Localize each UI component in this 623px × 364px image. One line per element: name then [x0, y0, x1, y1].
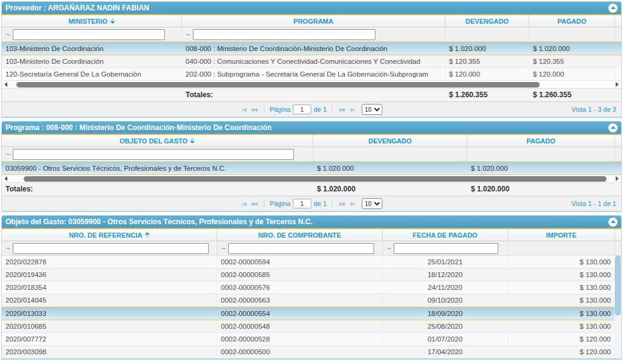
grid-objeto-title: Objeto del Gasto: 03059900 - Otros Servi…	[5, 218, 313, 226]
column-header-nro-de-comprobante[interactable]: NRO. DE COMPROBANTE	[217, 229, 383, 241]
scroll-right-icon[interactable]	[616, 82, 619, 87]
table-row[interactable]: 2020/0030980002-0000050017/04/2020$ 120.…	[2, 346, 621, 359]
table-row[interactable]: 2020/0106850002-0000054825/08/2020$ 130.…	[2, 320, 621, 333]
search-operator-icon[interactable]: ~	[4, 244, 13, 253]
search-input-ministerio[interactable]	[13, 29, 165, 40]
next-page-icon[interactable]: ▶▶	[338, 107, 347, 112]
table-row[interactable]: 2020/0228780002-0000059425/01/2021$ 130.…	[2, 256, 621, 269]
cell-nro-de-comprobante: 0002-00000548	[217, 320, 383, 332]
search-operator-icon[interactable]: ~	[4, 30, 13, 39]
cell-importe: $ 130.000	[508, 281, 615, 294]
cell-nro-de-referencia: 2020/013033	[2, 307, 217, 320]
column-header-nro-de-referencia[interactable]: NRO. DE REFERENCIA	[2, 229, 217, 241]
table-row[interactable]: 103-Ministerio De Coordinación008-000 : …	[2, 42, 621, 55]
vertical-scrollbar[interactable]	[614, 256, 621, 359]
search-operator-icon[interactable]: ~	[385, 244, 394, 253]
column-header-programa[interactable]: PROGRAMA	[182, 15, 445, 27]
column-header-ministerio[interactable]: MINISTERIO	[2, 15, 182, 27]
cell-importe: $ 130.000	[508, 269, 615, 281]
column-header-label: PROGRAMA	[293, 18, 333, 25]
column-header-label: OBJETO DEL GASTO	[120, 137, 188, 145]
pager-programa: |◀ ◀◀ Página de 1 ▶▶ ▶| 10 Vista 1 - 1 d…	[2, 196, 621, 211]
search-operator-icon[interactable]: ~	[4, 150, 13, 159]
first-page-icon[interactable]: |◀	[241, 107, 247, 112]
scroll-left-icon[interactable]	[4, 82, 7, 87]
cell-fecha-de-pagado: 09/10/2020	[383, 294, 508, 306]
cell-pagado: $ 120.000	[529, 68, 615, 80]
column-header-pagado[interactable]: PAGADO	[467, 135, 615, 146]
cell-importe: $ 130.000	[508, 307, 615, 320]
view-range-label: Vista 1 - 3 de 3	[571, 106, 616, 113]
first-page-icon[interactable]: |◀	[241, 201, 247, 207]
cell-importe: $ 120.000	[508, 333, 615, 345]
cell-nro-de-referencia: 2020/010685	[2, 320, 217, 332]
search-input-nro-de-referencia[interactable]	[13, 243, 209, 254]
scrollbar-track[interactable]	[9, 82, 614, 88]
search-row: ~~	[2, 27, 621, 42]
cell-devengado: $ 1.020.000	[445, 43, 529, 55]
table-row[interactable]: 120-Secretaría General De La Gobernación…	[2, 68, 621, 81]
horizontal-scrollbar-thumb[interactable]	[16, 82, 540, 88]
column-header-importe[interactable]: IMPORTE	[508, 229, 615, 241]
search-input-objeto-del-gasto[interactable]	[13, 149, 294, 160]
table-row[interactable]: 2020/0140450002-0000056309/10/2020$ 130.…	[2, 294, 621, 307]
search-row: ~	[2, 147, 621, 162]
horizontal-scrollbar[interactable]	[2, 81, 621, 89]
cell-nro-de-referencia: 2020/014045	[2, 294, 217, 306]
column-header-devengado[interactable]: DEVENGADO	[445, 15, 529, 27]
collapse-icon[interactable]	[608, 4, 618, 13]
page-size-select[interactable]: 10	[361, 104, 382, 115]
page: Proveedor : ARGAÑARAZ NADIN FABIAN MINIS…	[0, 0, 623, 364]
sort-icon[interactable]	[145, 232, 150, 238]
column-header-fecha-de-pagado[interactable]: FECHA DE PAGADO	[383, 229, 508, 241]
scroll-left-icon[interactable]	[4, 176, 7, 181]
page-input[interactable]	[293, 105, 311, 114]
table-row[interactable]: 2020/0077720002-0000052801/07/2020$ 120.…	[2, 333, 621, 346]
table-row[interactable]: 2020/0183540002-0000057624/11/2020$ 130.…	[2, 281, 621, 294]
table-row[interactable]: 03059900 - Otros Servicios Técnicos, Pro…	[2, 162, 621, 175]
column-header-objeto-del-gasto[interactable]: OBJETO DEL GASTO	[2, 135, 313, 146]
collapse-icon[interactable]	[608, 123, 618, 132]
column-header-pagado[interactable]: PAGADO	[529, 15, 615, 27]
next-page-icon[interactable]: ▶▶	[338, 201, 347, 207]
last-page-icon[interactable]: ▶|	[349, 201, 355, 207]
search-cell-objeto-del-gasto: ~	[2, 147, 313, 161]
table-row[interactable]: 2020/0194360002-0000058518/12/2020$ 130.…	[2, 269, 621, 281]
search-input-fecha-de-pagado[interactable]	[394, 243, 498, 254]
totals-cell: $ 1.260.355	[445, 89, 529, 101]
column-header-label: PAGADO	[526, 137, 555, 145]
horizontal-scrollbar[interactable]	[2, 175, 621, 183]
vertical-scrollbar-thumb[interactable]	[615, 256, 621, 315]
last-page-icon[interactable]: ▶|	[349, 107, 355, 112]
table-row[interactable]: 103-Ministerio De Coordinación040-000 : …	[2, 55, 621, 68]
cell-pagado: $ 120.355	[529, 55, 615, 67]
cell-nro-de-comprobante: 0002-00000576	[217, 281, 383, 294]
search-operator-icon[interactable]: ~	[219, 244, 228, 253]
cell-devengado: $ 120.000	[445, 68, 529, 80]
search-cell-fecha-de-pagado: ~	[383, 241, 508, 255]
grid-objeto-del-gasto: Objeto del Gasto: 03059900 - Otros Servi…	[1, 215, 622, 360]
table-row[interactable]: 2020/0130330002-0000055418/09/2020$ 130.…	[2, 307, 621, 320]
horizontal-scrollbar-thumb[interactable]	[24, 176, 607, 182]
prev-page-icon[interactable]: ◀◀	[249, 107, 258, 112]
cell-nro-de-comprobante: 0002-00000585	[217, 269, 383, 281]
view-range-label: Vista 1 - 1 de 1	[571, 200, 616, 207]
totals-cell: $ 1.020.000	[313, 183, 467, 196]
grid-programa: Programa : 008-000 : Ministerio De Coord…	[1, 121, 622, 212]
collapse-icon[interactable]	[608, 218, 618, 227]
scroll-right-icon[interactable]	[616, 176, 619, 181]
page-input[interactable]	[293, 199, 311, 208]
sort-icon[interactable]	[110, 18, 115, 24]
column-header-row: MINISTERIOPROGRAMADEVENGADOPAGADO	[2, 15, 621, 27]
scrollbar-track[interactable]	[9, 176, 614, 182]
sort-icon[interactable]	[190, 138, 195, 143]
column-header-devengado[interactable]: DEVENGADO	[313, 135, 467, 146]
search-operator-icon[interactable]: ~	[184, 30, 193, 39]
search-input-programa[interactable]	[193, 29, 375, 40]
prev-page-icon[interactable]: ◀◀	[249, 201, 258, 207]
column-header-label: PAGADO	[557, 18, 586, 25]
search-input-nro-de-comprobante[interactable]	[228, 243, 374, 254]
grid-proveedor-titlebar: Proveedor : ARGAÑARAZ NADIN FABIAN	[2, 2, 621, 15]
grid-proveedor-title: Proveedor : ARGAÑARAZ NADIN FABIAN	[5, 4, 149, 12]
page-size-select[interactable]: 10	[361, 198, 382, 209]
